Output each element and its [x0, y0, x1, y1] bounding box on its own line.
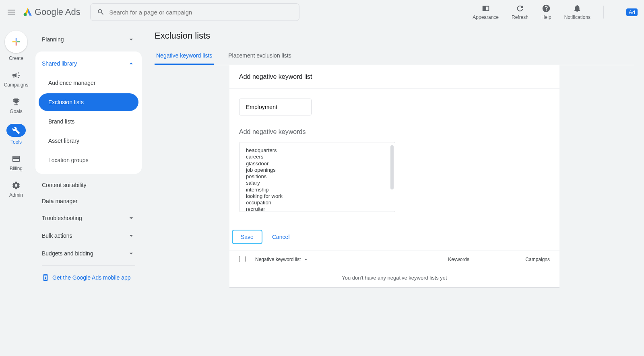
sidebar-planning[interactable]: Planning: [35, 31, 142, 48]
cancel-button[interactable]: Cancel: [272, 234, 290, 240]
form-title: Add negative keyword list: [229, 65, 559, 89]
wrench-icon: [12, 126, 20, 134]
bell-icon: [573, 4, 582, 13]
keywords-textarea[interactable]: [239, 142, 395, 212]
scrollbar[interactable]: [390, 145, 394, 189]
column-campaigns[interactable]: Campaigns: [469, 257, 550, 262]
save-button[interactable]: Save: [232, 230, 262, 244]
credit-card-icon: [12, 154, 21, 163]
svg-point-0: [24, 13, 27, 16]
brand-text: Google Ads: [35, 7, 80, 17]
empty-state: You don't have any negative keyword list…: [229, 268, 559, 288]
chevron-down-icon: [127, 214, 135, 222]
hamburger-menu-icon[interactable]: [6, 7, 16, 17]
select-all-checkbox[interactable]: [239, 256, 246, 262]
sidebar-brand-lists[interactable]: Brand lists: [39, 113, 138, 130]
sidebar-content-suitability[interactable]: Content suitability: [35, 177, 142, 193]
ad-badge: Ad: [626, 8, 638, 16]
chevron-down-icon: [127, 35, 135, 43]
help-icon: [542, 4, 551, 13]
billing-nav[interactable]: Billing: [10, 154, 23, 171]
appearance-icon: [481, 4, 490, 13]
admin-nav[interactable]: Admin: [9, 181, 23, 198]
appearance-button[interactable]: Appearance: [473, 4, 499, 20]
sidebar-shared-library[interactable]: Shared library: [35, 55, 142, 72]
campaigns-nav[interactable]: Campaigns: [4, 71, 29, 88]
plus-icon: [10, 36, 22, 47]
megaphone-icon: [12, 71, 21, 80]
sidebar-bulk-actions[interactable]: Bulk actions: [35, 227, 142, 245]
google-ads-logo[interactable]: Google Ads: [23, 7, 80, 17]
column-keywords[interactable]: Keywords: [389, 257, 469, 262]
column-name[interactable]: Negative keyword list: [255, 257, 389, 262]
help-button[interactable]: Help: [541, 4, 551, 20]
divider: [42, 265, 135, 266]
sidebar-audience-manager[interactable]: Audience manager: [39, 74, 138, 92]
keywords-section-label: Add negative keywords: [239, 128, 550, 136]
page-title: Exclusion lists: [155, 31, 634, 41]
divider: [603, 6, 604, 19]
refresh-icon: [516, 4, 524, 13]
notifications-button[interactable]: Notifications: [564, 4, 590, 20]
chevron-down-icon: [127, 249, 135, 257]
get-mobile-app-link[interactable]: Get the Google Ads mobile app: [35, 269, 142, 286]
list-name-input[interactable]: [239, 99, 312, 115]
chevron-up-icon: [127, 60, 135, 68]
tab-placement-exclusion-lists[interactable]: Placement exclusion lists: [227, 47, 293, 65]
sidebar-asset-library[interactable]: Asset library: [39, 132, 138, 150]
search-icon: [97, 8, 105, 16]
gear-icon: [12, 181, 21, 190]
sidebar-budgets-bidding[interactable]: Budgets and bidding: [35, 245, 142, 262]
sort-arrow-up-icon: [303, 257, 309, 262]
sidebar-troubleshooting[interactable]: Troubleshooting: [35, 209, 142, 227]
search-box[interactable]: [90, 3, 299, 21]
chevron-down-icon: [127, 232, 135, 240]
tab-negative-keyword-lists[interactable]: Negative keyword lists: [155, 47, 214, 65]
search-input[interactable]: [109, 9, 292, 16]
sidebar-location-groups[interactable]: Location groups: [39, 151, 138, 169]
create-button[interactable]: Create: [5, 31, 27, 61]
tools-nav[interactable]: Tools: [6, 124, 26, 145]
refresh-button[interactable]: Refresh: [512, 4, 528, 20]
goals-nav[interactable]: Goals: [10, 97, 22, 114]
download-icon: [42, 274, 49, 281]
sidebar-exclusion-lists[interactable]: Exclusion lists: [39, 93, 138, 111]
trophy-icon: [12, 97, 21, 106]
sidebar-data-manager[interactable]: Data manager: [35, 193, 142, 209]
